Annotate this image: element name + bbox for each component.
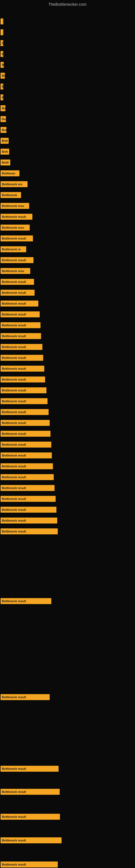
bar-label: Bottleneck result [1,518,57,524]
bar-row: B [1,62,4,68]
bar-label: Bottleneck result [1,344,42,350]
bar-label: Bo [1,105,5,111]
bar-label: Bottleneck result [1,322,41,328]
bar-row: Bottleneck result [1,474,54,480]
bar-label: Bottleneck result [1,496,56,502]
bar-label: Bottleneck result [1,453,52,458]
bar-label: Bottleneck result [1,474,54,480]
bar-row: Bottleneck result [1,814,60,820]
bar-row: Bo [1,116,6,122]
bar-row: Bottleneck result [1,528,58,534]
bar-row: Bottleneck result [1,496,56,502]
bar-label: Bott [1,149,9,155]
bar-row: Bottleneck result [1,453,52,458]
bar-row: B [1,84,3,90]
bar-row: Bottleneck resu [1,225,30,230]
bar-label: B [1,84,3,90]
bar-label: Bottleneck result [1,355,43,361]
bar-row: Bottleneck resu [1,203,29,209]
bar-row: Bott [1,149,9,155]
bar-row: Bottleneck resu [1,268,30,274]
bar-label: Bot [1,127,6,133]
bar-row: Bottleneck result [1,311,40,317]
bar-row: Bottleneck result [1,789,60,795]
bar-label: Bottleneck result [1,409,49,415]
bar-row: Bottleneck result [1,766,58,772]
bar-row: Bottleneck result [1,862,58,867]
bar-label: Bottleneck resu [1,268,30,274]
bar-row: Bottleneck result [1,463,53,469]
bar-row: Bottleneck result [1,388,46,393]
bar-label: B [1,94,3,100]
bar-label: Bo [1,116,6,122]
bar-row: Bo [1,73,5,79]
bar-row: Bottleneck result [1,257,34,263]
bar-row: Bottleneck result [1,398,48,404]
bar-label: Bottleneck result [1,814,60,820]
bar-label: Bottleneck result [1,463,53,469]
bar-row: Bottleneck res [1,181,28,187]
bar-label: B [1,40,3,46]
bar-label: Bottleneck result [1,442,51,447]
bar-label [1,29,3,35]
bar-row: Bottleneck re [1,246,26,252]
bars-container: BBBBoBBBoBoBotBottBottBottlBottlenecBott… [0,8,135,868]
bar-row: B [1,40,3,46]
bar-row: Bottleneck result [1,837,61,843]
bar-label: Bo [1,73,5,79]
bar-label: Bottleneck result [1,766,58,772]
bar-label: Bottleneck result [1,789,60,795]
bar-label [1,19,3,24]
bar-row: Bottleneck result [1,344,42,350]
bar-row: Bottl [1,159,10,165]
bar-row: Bottleneck result [1,214,32,220]
bar-label: Bottleneck resu [1,225,30,230]
bar-label: Bottleneck res [1,181,28,187]
bar-label: Bottleneck [1,192,21,198]
bar-label: Bottleneck result [1,420,50,426]
bar-row: Bottleneck result [1,366,44,372]
bar-row: Bottleneck result [1,333,41,339]
bar-row: Bottleneck result [1,507,56,513]
bar-label: B [1,51,3,57]
bar-row: Bottleneck result [1,485,54,491]
bar-row: Bott [1,138,9,144]
bar-label: Bottleneck result [1,694,50,700]
bar-label: Bottleneck result [1,214,32,220]
bar-label: Bottleneck result [1,837,61,843]
bar-label: Bottleneck re [1,246,26,252]
bar-row: Bot [1,127,6,133]
bar-row: Bottleneck result [1,301,38,307]
bar-row: Bottleneck result [1,409,49,415]
bar-label: B [1,62,4,68]
bar-row: Bottleneck result [1,598,51,604]
bar-label: Bottlenec [1,170,19,176]
bar-label: Bottleneck result [1,862,58,867]
bar-row [1,29,3,35]
bar-row: B [1,94,3,100]
bar-label: Bottleneck result [1,257,34,263]
bar-label: Bottleneck result [1,333,41,339]
bar-row: Bottleneck result [1,694,50,700]
bar-label: Bottleneck result [1,528,58,534]
bar-row: Bottleneck result [1,279,34,285]
bar-row: Bottleneck [1,192,21,198]
bar-row: Bottleneck result [1,442,51,447]
bar-label: Bottleneck result [1,236,33,241]
bar-label: Bottleneck result [1,279,34,285]
bar-row: Bottleneck result [1,355,43,361]
bar-label: Bottleneck result [1,366,44,372]
bar-row: Bottleneck result [1,290,35,296]
bar-row: Bottleneck result [1,420,50,426]
bar-label: Bott [1,138,9,144]
bar-row [1,19,3,24]
bar-row: Bo [1,105,5,111]
bar-row: Bottleneck result [1,518,57,524]
bar-label: Bottleneck result [1,311,40,317]
bar-row: Bottleneck result [1,431,50,437]
site-title: TheBottlenecker.com [0,0,135,8]
bar-row: Bottleneck result [1,322,41,328]
bar-label: Bottl [1,159,10,165]
bar-row: B [1,51,3,57]
bar-label: Bottleneck result [1,301,38,307]
